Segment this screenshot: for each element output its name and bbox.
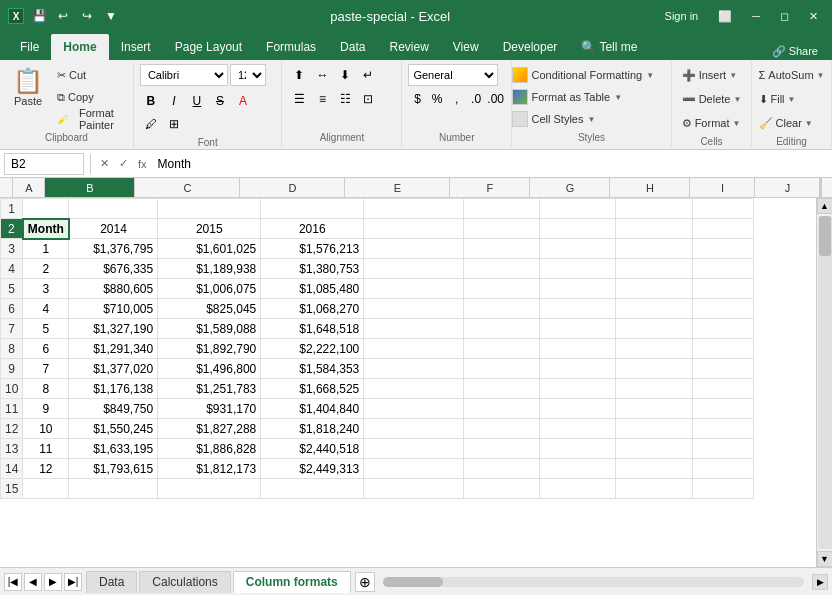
font-name-select[interactable]: Calibri — [140, 64, 228, 86]
cell[interactable] — [540, 239, 616, 259]
col-header-i[interactable]: I — [690, 178, 755, 197]
cell[interactable] — [616, 439, 692, 459]
tab-developer[interactable]: Developer — [491, 34, 570, 60]
cell[interactable] — [540, 399, 616, 419]
cell[interactable]: 12 — [23, 459, 69, 479]
confirm-formula-icon[interactable]: ✓ — [116, 157, 131, 170]
cell[interactable] — [540, 259, 616, 279]
cell[interactable] — [616, 399, 692, 419]
cell[interactable]: $825,045 — [158, 299, 261, 319]
cell[interactable]: $849,750 — [69, 399, 158, 419]
cell[interactable] — [464, 239, 540, 259]
sign-in-button[interactable]: Sign in — [659, 8, 705, 24]
cell[interactable]: 2014 — [69, 219, 158, 239]
col-header-c[interactable]: C — [135, 178, 240, 197]
cell[interactable] — [616, 279, 692, 299]
tab-insert[interactable]: Insert — [109, 34, 163, 60]
cell[interactable]: $1,589,088 — [158, 319, 261, 339]
col-header-f[interactable]: F — [450, 178, 530, 197]
cell[interactable]: $1,812,173 — [158, 459, 261, 479]
cell[interactable]: $931,170 — [158, 399, 261, 419]
clear-button[interactable]: 🧹 Clear ▼ — [754, 112, 830, 134]
bold-button[interactable]: B — [140, 90, 162, 112]
cell[interactable] — [364, 399, 464, 419]
cell[interactable]: $1,068,270 — [261, 299, 364, 319]
format-painter-button[interactable]: 🖌 Format Painter — [52, 108, 127, 130]
cell[interactable] — [261, 199, 364, 219]
cell[interactable] — [616, 459, 692, 479]
cell[interactable] — [692, 319, 754, 339]
tab-review[interactable]: Review — [377, 34, 440, 60]
format-button[interactable]: ⚙ Format ▼ — [677, 112, 747, 134]
underline-button[interactable]: U — [186, 90, 208, 112]
cell[interactable] — [364, 339, 464, 359]
borders-button[interactable]: ⊞ — [163, 113, 185, 135]
cell[interactable]: $1,601,025 — [158, 239, 261, 259]
cell[interactable]: $710,005 — [69, 299, 158, 319]
align-left-button[interactable]: ☰ — [288, 88, 310, 110]
cell[interactable]: $1,251,783 — [158, 379, 261, 399]
cell[interactable]: $1,327,190 — [69, 319, 158, 339]
cell[interactable] — [464, 439, 540, 459]
cell-styles-button[interactable]: Cell Styles ▼ — [507, 108, 677, 130]
cell[interactable] — [616, 359, 692, 379]
cell[interactable] — [692, 299, 754, 319]
cell[interactable] — [540, 279, 616, 299]
cell[interactable]: $2,222,100 — [261, 339, 364, 359]
cell[interactable] — [616, 259, 692, 279]
cell[interactable]: $1,006,075 — [158, 279, 261, 299]
cell[interactable] — [692, 399, 754, 419]
cell[interactable]: $1,189,938 — [158, 259, 261, 279]
col-header-j[interactable]: J — [755, 178, 820, 197]
cell[interactable] — [692, 199, 754, 219]
tab-tell-me[interactable]: 🔍 Tell me — [569, 34, 649, 60]
cell[interactable] — [616, 319, 692, 339]
cell[interactable] — [692, 419, 754, 439]
font-color-button[interactable]: A — [232, 90, 254, 112]
cell[interactable] — [364, 319, 464, 339]
cell[interactable] — [464, 219, 540, 239]
fill-color-button[interactable]: 🖊 — [140, 113, 162, 135]
col-header-h[interactable]: H — [610, 178, 690, 197]
cell[interactable] — [464, 279, 540, 299]
cell[interactable]: $1,584,353 — [261, 359, 364, 379]
cell[interactable] — [69, 199, 158, 219]
number-format-select[interactable]: General Number Currency Accounting Date — [408, 64, 498, 86]
restore-button[interactable]: ◻ — [774, 8, 795, 25]
tab-page-layout[interactable]: Page Layout — [163, 34, 254, 60]
cell[interactable] — [540, 219, 616, 239]
cell[interactable] — [464, 319, 540, 339]
add-sheet-button[interactable]: ⊕ — [355, 572, 375, 592]
percent-button[interactable]: % — [428, 88, 446, 110]
insert-function-icon[interactable]: fx — [135, 158, 150, 170]
cut-button[interactable]: ✂ Cut — [52, 64, 127, 86]
cell[interactable] — [540, 199, 616, 219]
cell[interactable] — [464, 459, 540, 479]
cell[interactable]: 8 — [23, 379, 69, 399]
cell[interactable] — [464, 299, 540, 319]
cell[interactable]: $1,818,240 — [261, 419, 364, 439]
increase-decimal-button[interactable]: .00 — [486, 88, 505, 110]
cell[interactable]: $1,176,138 — [69, 379, 158, 399]
cell[interactable]: $676,335 — [69, 259, 158, 279]
font-size-select[interactable]: 12 — [230, 64, 266, 86]
cell[interactable] — [540, 459, 616, 479]
cell[interactable] — [692, 239, 754, 259]
align-right-button[interactable]: ☷ — [334, 88, 356, 110]
cell[interactable]: $1,648,518 — [261, 319, 364, 339]
cell[interactable]: $1,793,615 — [69, 459, 158, 479]
cell[interactable] — [616, 299, 692, 319]
cell[interactable] — [364, 359, 464, 379]
cell[interactable] — [540, 299, 616, 319]
cell[interactable] — [692, 339, 754, 359]
cell[interactable]: $1,550,245 — [69, 419, 158, 439]
cell[interactable] — [158, 479, 261, 499]
cell[interactable] — [464, 259, 540, 279]
cell[interactable]: $1,633,195 — [69, 439, 158, 459]
currency-button[interactable]: $ — [408, 88, 426, 110]
cell[interactable] — [158, 199, 261, 219]
align-bottom-button[interactable]: ⬇ — [334, 64, 356, 86]
col-header-e[interactable]: E — [345, 178, 450, 197]
col-header-b[interactable]: B — [45, 178, 135, 197]
tab-file[interactable]: File — [8, 34, 51, 60]
